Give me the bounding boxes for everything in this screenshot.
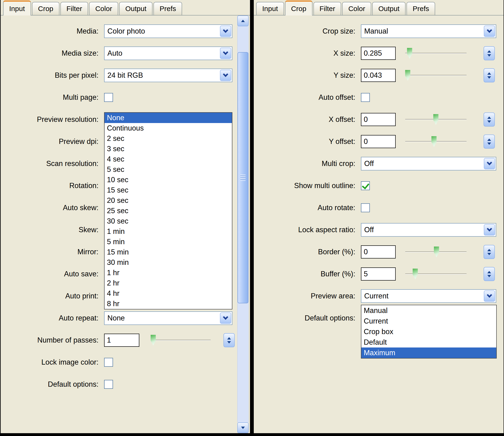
tab-input[interactable]: Input (256, 2, 284, 15)
lock-image-color-checkbox[interactable] (104, 358, 113, 367)
x-size-input[interactable] (361, 47, 396, 60)
listbox-item[interactable]: 10 sec (104, 175, 232, 185)
tab-crop[interactable]: Crop (285, 0, 312, 16)
tab-crop[interactable]: Crop (32, 2, 59, 15)
chevron-down-icon[interactable] (484, 26, 495, 37)
buffer-percent-spinner[interactable] (484, 267, 495, 281)
listbox-item[interactable]: None (104, 113, 232, 123)
x-size-slider[interactable] (405, 46, 467, 60)
media-size-dropdown[interactable]: Auto (104, 46, 232, 60)
arrow-up-icon[interactable] (487, 72, 491, 75)
scroll-down-button[interactable] (237, 422, 249, 433)
scrollbar-thumb[interactable] (238, 52, 248, 303)
chevron-down-icon[interactable] (220, 26, 231, 37)
tab-color[interactable]: Color (89, 2, 118, 15)
listbox-item[interactable]: 2 sec (104, 133, 232, 144)
listbox-item[interactable]: 3 sec (104, 144, 232, 154)
arrow-down-icon[interactable] (487, 76, 491, 79)
listbox-item[interactable]: 15 min (104, 247, 232, 257)
number-of-passes-slider[interactable] (150, 333, 211, 347)
slider-thumb[interactable] (407, 48, 413, 59)
arrow-down-icon[interactable] (227, 341, 231, 344)
border-percent-spinner[interactable] (484, 245, 495, 259)
chevron-down-icon[interactable] (484, 224, 495, 236)
listbox-item[interactable]: 5 min (104, 237, 232, 247)
scroll-up-button[interactable] (237, 16, 249, 26)
arrow-down-icon[interactable] (487, 54, 491, 57)
tab-output[interactable]: Output (372, 2, 406, 15)
chevron-down-icon[interactable] (484, 158, 495, 169)
media-dropdown[interactable]: Color photo (104, 24, 232, 38)
tab-filter[interactable]: Filter (60, 2, 88, 15)
listbox-item[interactable]: Manual (361, 305, 496, 316)
multi-page-checkbox[interactable] (104, 93, 113, 102)
slider-thumb[interactable] (433, 114, 439, 125)
listbox-item[interactable]: 2 hr (104, 278, 232, 288)
buffer-percent-input[interactable] (361, 267, 396, 281)
chevron-down-icon[interactable] (220, 312, 231, 324)
x-offset-spinner[interactable] (484, 112, 495, 127)
border-percent-input[interactable] (361, 245, 396, 258)
tab-filter[interactable]: Filter (313, 2, 341, 15)
show-multi-outline-checkbox[interactable] (361, 181, 370, 190)
chevron-down-icon[interactable] (220, 48, 231, 59)
buffer-percent-slider[interactable] (405, 267, 467, 281)
slider-thumb[interactable] (405, 70, 411, 81)
tab-input[interactable]: Input (3, 0, 31, 16)
listbox-item[interactable]: 1 min (104, 226, 232, 237)
y-offset-slider[interactable] (405, 135, 467, 148)
y-offset-input[interactable] (361, 135, 396, 148)
listbox-item[interactable]: 8 hr (104, 299, 232, 309)
y-size-slider[interactable] (405, 69, 467, 82)
chevron-down-icon[interactable] (220, 70, 231, 81)
listbox-item[interactable]: 1 hr (104, 268, 232, 278)
multi-crop-dropdown[interactable]: Off (361, 157, 496, 171)
listbox-item[interactable]: Continuous (104, 123, 232, 133)
tab-prefs[interactable]: Prefs (153, 2, 182, 15)
listbox-item[interactable]: Current (361, 316, 496, 326)
y-size-spinner[interactable] (484, 68, 495, 82)
tab-color[interactable]: Color (342, 2, 371, 15)
arrow-down-icon[interactable] (487, 143, 491, 145)
tab-output[interactable]: Output (119, 2, 152, 15)
listbox-item[interactable]: 15 sec (104, 185, 232, 195)
y-offset-spinner[interactable] (484, 135, 495, 149)
slider-thumb[interactable] (412, 269, 418, 279)
listbox-item[interactable]: 30 min (104, 257, 232, 268)
slider-thumb[interactable] (150, 335, 156, 345)
preview-area-dropdown[interactable]: Current (361, 289, 496, 303)
arrow-down-icon[interactable] (487, 275, 491, 277)
bits-per-pixel-dropdown[interactable]: 24 bit RGB (104, 69, 232, 82)
listbox-item[interactable]: 30 sec (104, 216, 232, 226)
listbox-item[interactable]: 20 sec (104, 195, 232, 206)
auto-offset-checkbox[interactable] (361, 93, 370, 102)
listbox-item[interactable]: Maximum (361, 347, 496, 358)
default-options-checkbox[interactable] (104, 380, 113, 389)
arrow-up-icon[interactable] (487, 50, 491, 53)
number-of-passes-input[interactable] (104, 334, 139, 347)
chevron-down-icon[interactable] (484, 291, 495, 302)
arrow-down-icon[interactable] (487, 253, 491, 255)
scrollbar-track[interactable] (237, 26, 249, 422)
listbox-item[interactable]: Crop box (361, 326, 496, 337)
arrow-up-icon[interactable] (487, 249, 491, 251)
x-offset-input[interactable] (361, 113, 396, 126)
auto-repeat-dropdown[interactable]: None (104, 311, 232, 325)
tab-prefs[interactable]: Prefs (407, 2, 435, 15)
slider-thumb[interactable] (431, 136, 437, 147)
border-percent-slider[interactable] (405, 245, 467, 259)
listbox-item[interactable]: Default (361, 337, 496, 347)
x-size-spinner[interactable] (484, 46, 495, 60)
crop-size-dropdown[interactable]: Manual (361, 24, 496, 38)
arrow-up-icon[interactable] (487, 271, 491, 273)
y-size-input[interactable] (361, 69, 396, 82)
number-of-passes-spinner[interactable] (224, 333, 235, 347)
listbox-item[interactable]: 5 sec (104, 164, 232, 175)
arrow-up-icon[interactable] (487, 138, 491, 141)
vertical-scrollbar[interactable] (237, 16, 249, 433)
arrow-up-icon[interactable] (487, 117, 491, 119)
arrow-up-icon[interactable] (227, 337, 231, 339)
arrow-down-icon[interactable] (487, 120, 491, 123)
listbox-item[interactable]: 4 sec (104, 154, 232, 164)
auto-rotate-checkbox[interactable] (361, 203, 370, 212)
